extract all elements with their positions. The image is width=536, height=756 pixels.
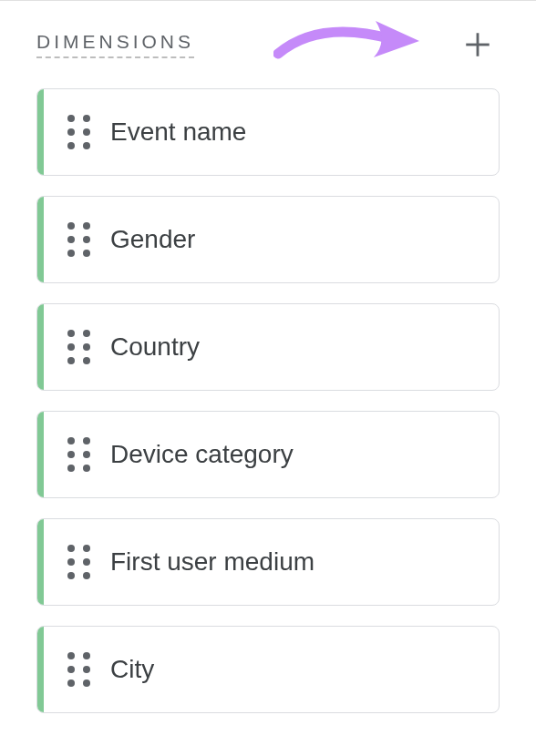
dimension-item-first-user-medium[interactable]: First user medium xyxy=(36,518,500,606)
drag-handle-icon[interactable] xyxy=(67,222,90,257)
dimension-item-gender[interactable]: Gender xyxy=(36,196,500,283)
dimension-accent xyxy=(37,412,44,497)
drag-handle-icon[interactable] xyxy=(67,545,90,579)
dimension-label: Device category xyxy=(110,440,294,469)
dimension-accent xyxy=(37,304,44,390)
drag-handle-icon[interactable] xyxy=(67,652,90,687)
dimension-label: Event name xyxy=(110,117,246,147)
dimension-label: First user medium xyxy=(110,547,314,577)
section-title: DIMENSIONS xyxy=(36,31,194,58)
dimension-accent xyxy=(37,197,44,282)
drag-handle-icon[interactable] xyxy=(67,330,90,364)
dimension-accent xyxy=(37,519,44,605)
dimension-item-event-name[interactable]: Event name xyxy=(36,88,500,176)
dimension-label: Gender xyxy=(110,225,195,254)
dimensions-list: Event name Gender Country Device categor… xyxy=(36,88,500,713)
add-dimension-button[interactable] xyxy=(461,28,494,61)
dimension-label: Country xyxy=(110,332,200,362)
plus-icon xyxy=(462,29,493,60)
dimension-item-device-category[interactable]: Device category xyxy=(36,411,500,498)
drag-handle-icon[interactable] xyxy=(67,437,90,472)
dimension-item-country[interactable]: Country xyxy=(36,303,500,391)
dimension-accent xyxy=(37,627,44,712)
dimension-item-city[interactable]: City xyxy=(36,626,500,713)
dimension-label: City xyxy=(110,655,154,684)
dimension-accent xyxy=(37,89,44,175)
drag-handle-icon[interactable] xyxy=(67,115,90,149)
dimensions-header: DIMENSIONS xyxy=(36,28,500,61)
